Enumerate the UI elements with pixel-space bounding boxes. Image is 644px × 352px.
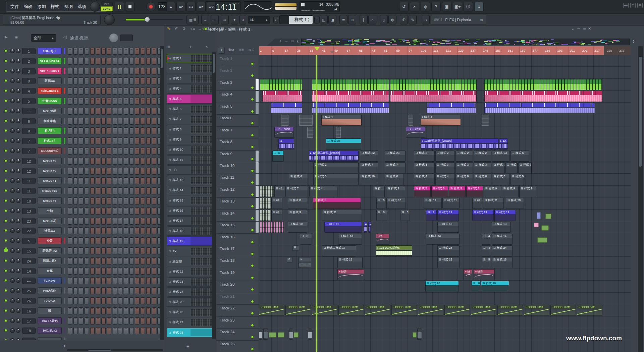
playlist-detach-icon[interactable]: ⌄ xyxy=(571,26,574,31)
clip-pat[interactable]: ヨ 样式 11 xyxy=(483,198,504,209)
clip-pat[interactable]: ヨ 样式 6 xyxy=(289,174,308,185)
track-edge-block[interactable] xyxy=(256,151,259,162)
step-button[interactable] xyxy=(146,118,151,125)
cart-icon[interactable]: ∷ xyxy=(422,15,430,24)
clip-pat[interactable]: ヨ 样式 10 xyxy=(506,198,524,209)
step-button[interactable] xyxy=(113,227,117,234)
step-button[interactable] xyxy=(90,257,95,265)
channel-button[interactable]: PAD铺地· xyxy=(38,287,62,294)
step-button[interactable] xyxy=(141,307,145,314)
step-button[interactable] xyxy=(152,187,156,194)
step-button[interactable] xyxy=(146,158,151,165)
track-mute-led[interactable] xyxy=(251,252,254,255)
volume-slider[interactable] xyxy=(126,19,147,20)
step-button[interactable] xyxy=(129,148,134,155)
track-mute-led[interactable] xyxy=(251,205,254,208)
channel-mixer-target[interactable]: ∿ xyxy=(22,238,36,244)
clip-audio-small[interactable] xyxy=(259,329,262,340)
step-button[interactable] xyxy=(124,197,128,204)
step-button[interactable] xyxy=(141,247,145,254)
channel-mixer-target[interactable]: 16 xyxy=(22,308,36,314)
channel-mixer-target[interactable]: 11 xyxy=(22,178,36,184)
clip-pat[interactable]: ヨ ..0 xyxy=(376,198,385,209)
step-button[interactable] xyxy=(68,218,72,225)
step-button[interactable] xyxy=(107,297,111,304)
channel-pan-knob[interactable] xyxy=(10,278,15,283)
channel-volume-knob[interactable] xyxy=(16,119,20,123)
step-button[interactable] xyxy=(113,48,117,55)
step-button[interactable] xyxy=(113,98,117,105)
step-button[interactable] xyxy=(68,297,72,304)
step-button[interactable] xyxy=(146,317,151,325)
track-mute-led[interactable] xyxy=(251,158,254,161)
channel-button[interactable]: 若隐若..#2 xyxy=(38,247,62,254)
clip-kick[interactable] xyxy=(390,91,477,102)
track-header[interactable]: Track 18... xyxy=(216,257,259,269)
step-button[interactable] xyxy=(96,317,100,325)
step-button[interactable] xyxy=(107,148,111,155)
step-button[interactable] xyxy=(85,268,89,275)
step-button[interactable] xyxy=(146,257,151,265)
step-button[interactable] xyxy=(118,297,122,304)
track-header[interactable]: Track 17... xyxy=(216,245,259,257)
step-button[interactable] xyxy=(96,187,100,194)
clip-pat[interactable]: ヨ 样式 8 xyxy=(474,174,491,185)
flex-plugin-panel[interactable]: 09/11 FLEX | Euphoria ⊕ xyxy=(431,15,486,25)
clip-pat[interactable]: ヨ 样式 13 xyxy=(338,234,362,245)
clip-pat[interactable]: ヨ 样式 4 xyxy=(309,186,337,197)
slide-icon[interactable]: ⌐ xyxy=(211,15,219,24)
clip-pat[interactable]: ヨ 样式 5 xyxy=(511,174,524,185)
step-button[interactable] xyxy=(90,197,95,204)
channel-button[interactable]: DDDDD柱式 xyxy=(38,148,62,154)
step-button[interactable] xyxy=(113,197,117,204)
playlist-minimap[interactable] xyxy=(301,39,630,45)
step-button[interactable] xyxy=(152,317,156,325)
window-controls[interactable]: —□× xyxy=(623,3,643,8)
add-pattern-button[interactable]: + xyxy=(314,16,320,23)
channel-mixer-target[interactable]: 4 xyxy=(22,88,36,94)
step-button[interactable] xyxy=(129,287,134,294)
step-button[interactable] xyxy=(152,197,156,204)
step-button[interactable] xyxy=(118,257,122,265)
step-button[interactable] xyxy=(124,187,128,194)
channel-button[interactable]: 柱..弦 ⌇ xyxy=(38,127,62,134)
save-icon[interactable]: ▣ xyxy=(442,2,451,11)
slip-icon[interactable]: ↔ xyxy=(198,26,202,31)
clip-pat[interactable]: ヨ 样式 2 xyxy=(414,151,435,162)
step-button[interactable] xyxy=(73,197,78,204)
touch-icon[interactable]: ✦ xyxy=(231,15,238,24)
step-button[interactable] xyxy=(152,257,156,265)
step-button[interactable] xyxy=(113,208,117,215)
channel-volume-knob[interactable] xyxy=(16,188,20,193)
step-button[interactable] xyxy=(96,227,100,234)
step-button[interactable] xyxy=(113,317,117,325)
step-button[interactable] xyxy=(146,98,151,105)
clip-lime[interactable]: ~ DDDD..utoff xyxy=(471,305,496,316)
step-button[interactable] xyxy=(135,287,139,294)
step-button[interactable] xyxy=(73,127,78,134)
channel-mute-led[interactable] xyxy=(4,279,7,282)
clip-pat[interactable]: ヨ ..4 xyxy=(482,245,491,256)
clip-pat[interactable]: ヨ 样式 10 xyxy=(386,198,406,209)
step-button[interactable] xyxy=(113,108,117,115)
clip-pat[interactable]: ヨ 样.. xyxy=(373,186,385,197)
step-button[interactable] xyxy=(141,257,145,265)
step-button[interactable] xyxy=(118,87,122,95)
step-button[interactable] xyxy=(68,87,72,95)
track-options[interactable]: ... xyxy=(220,300,224,303)
pattern-item[interactable]: ヨ样式 14 xyxy=(167,186,214,195)
step-button[interactable] xyxy=(107,287,111,294)
track-options[interactable]: ... xyxy=(220,74,224,77)
step-button[interactable] xyxy=(141,287,145,294)
grid-icon[interactable]: ⊞ xyxy=(348,15,356,24)
step-button[interactable] xyxy=(79,268,83,275)
step-button[interactable] xyxy=(90,177,95,184)
menu-item-4[interactable]: 样式 xyxy=(51,4,59,10)
channel-button[interactable]: 阿福wa xyxy=(38,77,62,84)
step-button[interactable] xyxy=(135,137,139,144)
track-header[interactable]: Track 13... xyxy=(216,197,259,209)
step-button[interactable] xyxy=(101,158,106,165)
step-button[interactable] xyxy=(146,197,151,204)
step-button[interactable] xyxy=(107,327,111,334)
mic-icon[interactable]: ψ xyxy=(421,2,430,11)
